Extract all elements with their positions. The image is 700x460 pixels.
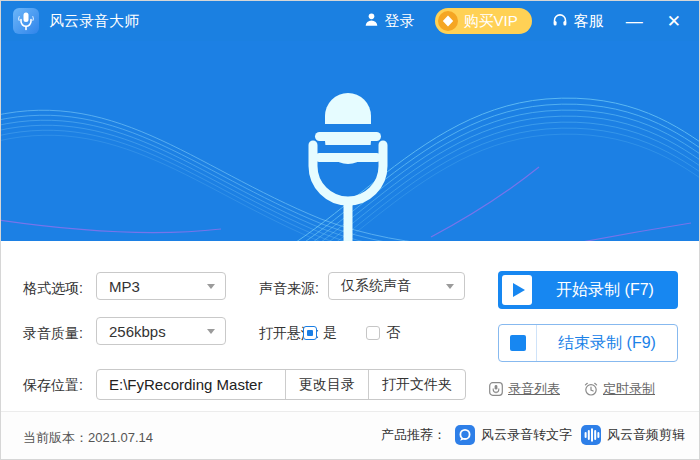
source-select[interactable]: 仅系统声音 (328, 272, 465, 300)
float-no-option[interactable]: 否 (366, 324, 400, 342)
stop-record-label: 结束录制 (F9) (537, 333, 677, 354)
float-yes-label: 是 (323, 324, 337, 342)
titlebar: 风云录音大师 登录 购买VIP (1, 1, 699, 41)
buy-vip-button[interactable]: 购买VIP (435, 8, 532, 34)
promo-audio-edit-link[interactable]: 风云音频剪辑 (581, 425, 685, 445)
gem-icon (438, 11, 458, 31)
promo-audio-to-text-label: 风云录音转文字 (481, 426, 572, 444)
login-button[interactable]: 登录 (364, 12, 415, 31)
app-window: 风云录音大师 登录 购买VIP (0, 0, 700, 460)
chat-bubble-icon (455, 425, 475, 445)
quick-links: 录音列表 定时录制 (489, 380, 689, 398)
hero-banner (1, 41, 700, 241)
waveform-icon (581, 425, 601, 445)
login-label: 登录 (385, 12, 415, 31)
chevron-down-icon (446, 284, 454, 289)
version-text: 当前版本：2021.07.14 (23, 429, 153, 447)
start-record-button[interactable]: 开始录制 (F7) (498, 271, 678, 309)
play-icon (502, 275, 532, 305)
version-value: 2021.07.14 (88, 430, 153, 445)
float-no-label: 否 (386, 324, 400, 342)
format-value: MP3 (109, 278, 140, 295)
alarm-clock-icon (584, 382, 598, 396)
timed-record-link[interactable]: 定时录制 (584, 380, 655, 398)
float-yes-option[interactable]: 是 (303, 324, 337, 342)
statusbar: 当前版本：2021.07.14 产品推荐： 风云录音转文字 (1, 411, 699, 459)
record-list-label: 录音列表 (508, 380, 560, 398)
app-title: 风云录音大师 (49, 12, 139, 31)
app-logo-icon (13, 8, 39, 34)
mic-list-icon (489, 382, 503, 396)
close-button[interactable]: ✕ (665, 13, 683, 30)
minimize-button[interactable]: — (624, 13, 645, 30)
product-promo: 产品推荐： 风云录音转文字 (381, 425, 685, 445)
checkbox-unchecked-icon[interactable] (366, 326, 380, 340)
save-location-label: 保存位置: (23, 377, 83, 395)
promo-audio-edit-label: 风云音频剪辑 (607, 426, 685, 444)
support-button[interactable]: 客服 (552, 12, 604, 31)
stop-icon (499, 325, 536, 361)
source-value: 仅系统声音 (341, 277, 411, 295)
change-dir-button[interactable]: 更改目录 (286, 370, 368, 399)
stop-record-button[interactable]: 结束录制 (F9) (498, 324, 678, 362)
open-folder-button[interactable]: 打开文件夹 (369, 370, 465, 399)
format-select[interactable]: MP3 (96, 272, 226, 300)
buy-vip-label: 购买VIP (464, 12, 518, 31)
titlebar-left: 风云录音大师 (13, 8, 139, 34)
promo-label: 产品推荐： (381, 426, 446, 444)
quality-value: 256kbps (109, 323, 166, 340)
support-label: 客服 (574, 12, 604, 31)
version-label: 当前版本： (23, 430, 88, 445)
source-label: 声音来源: (259, 280, 319, 298)
format-label: 格式选项: (23, 280, 83, 298)
checkbox-checked-icon[interactable] (303, 326, 317, 340)
quality-label: 录音质量: (23, 325, 83, 343)
headset-icon (552, 12, 568, 31)
user-icon (364, 12, 379, 30)
quality-select[interactable]: 256kbps (96, 317, 226, 345)
save-location-group: 更改目录 打开文件夹 (96, 369, 466, 400)
chevron-down-icon (207, 284, 215, 289)
save-path-input[interactable] (97, 370, 285, 399)
record-list-link[interactable]: 录音列表 (489, 380, 560, 398)
chevron-down-icon (207, 329, 215, 334)
banner-waves (1, 41, 700, 241)
timed-record-label: 定时录制 (603, 380, 655, 398)
start-record-label: 开始录制 (F7) (536, 280, 678, 301)
promo-audio-to-text-link[interactable]: 风云录音转文字 (455, 425, 572, 445)
titlebar-right: 登录 购买VIP 客服 — ✕ (364, 8, 683, 34)
